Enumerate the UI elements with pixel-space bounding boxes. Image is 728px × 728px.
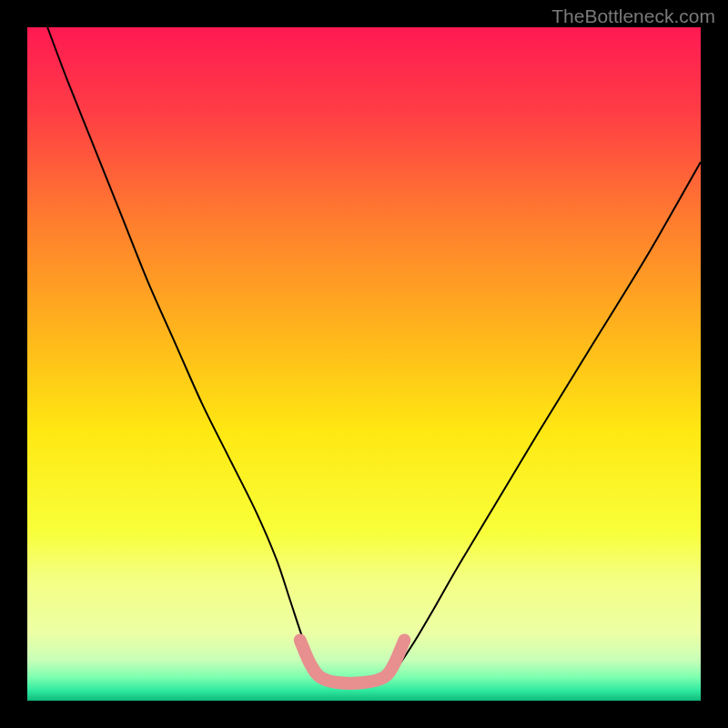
chart-plot-area [27,27,701,701]
watermark-text: TheBottleneck.com [551,5,715,27]
bottleneck-chart [27,27,701,701]
chart-background [27,27,701,701]
